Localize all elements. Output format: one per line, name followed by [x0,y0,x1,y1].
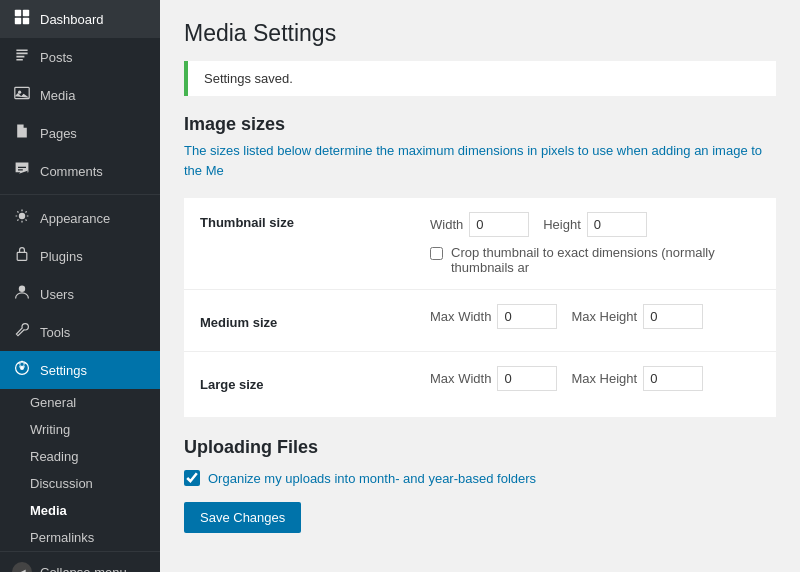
comments-icon [12,161,32,181]
large-width-input[interactable] [497,366,557,391]
sidebar-item-label: Media [40,88,75,103]
large-fields: Max Width Max Height [430,366,760,399]
submenu-media[interactable]: Media [0,497,160,524]
submenu-permalinks[interactable]: Permalinks [0,524,160,551]
submenu-discussion[interactable]: Discussion [0,470,160,497]
uploads-organize-row: Organize my uploads into month- and year… [184,470,776,486]
sidebar-item-label: Users [40,287,74,302]
sidebar-item-dashboard[interactable]: Dashboard [0,0,160,38]
plugins-icon [12,246,32,266]
collapse-label: Collapse menu [40,565,127,573]
svg-rect-0 [15,10,21,16]
image-sizes-section: Thumbnail size Width Height Crop thumbna… [184,198,776,417]
sidebar-item-settings[interactable]: Settings [0,351,160,389]
sidebar-item-posts[interactable]: Posts [0,38,160,76]
submenu-general[interactable]: General [0,389,160,416]
uploading-files-section: Uploading Files Organize my uploads into… [184,437,776,533]
svg-rect-1 [23,10,29,16]
submenu-reading[interactable]: Reading [0,443,160,470]
dashboard-icon [12,9,32,29]
thumbnail-width-input[interactable] [469,212,529,237]
sidebar: Dashboard Posts Media Pages Comments App… [0,0,160,572]
svg-point-6 [19,213,25,219]
svg-rect-7 [17,252,27,260]
sidebar-item-label: Appearance [40,211,110,226]
sidebar-item-tools[interactable]: Tools [0,313,160,351]
thumbnail-crop-checkbox[interactable] [430,247,443,260]
large-row: Large size Max Width Max Height [184,352,776,413]
pages-icon [12,123,32,143]
uploads-organize-label: Organize my uploads into month- and year… [208,471,536,486]
sidebar-item-label: Comments [40,164,103,179]
sidebar-item-label: Tools [40,325,70,340]
medium-row: Medium size Max Width Max Height [184,290,776,352]
svg-point-8 [19,286,25,292]
medium-label: Medium size [200,312,430,330]
large-dimensions: Max Width Max Height [430,366,760,391]
large-max-height-label: Max Height [571,371,637,386]
large-height-input[interactable] [643,366,703,391]
sidebar-item-label: Dashboard [40,12,104,27]
large-label: Large size [200,374,430,392]
sidebar-item-users[interactable]: Users [0,275,160,313]
submenu-writing[interactable]: Writing [0,416,160,443]
notice-text: Settings saved. [204,71,293,86]
sidebar-item-label: Plugins [40,249,83,264]
collapse-icon: ◀ [12,562,32,572]
sidebar-item-label: Pages [40,126,77,141]
height-label: Height [543,217,581,232]
sidebar-divider-1 [0,194,160,195]
page-title: Media Settings [184,20,776,47]
media-icon [12,85,32,105]
settings-icon [12,360,32,380]
sidebar-item-pages[interactable]: Pages [0,114,160,152]
image-sizes-desc: The sizes listed below determine the max… [184,141,776,180]
thumbnail-row: Thumbnail size Width Height Crop thumbna… [184,198,776,290]
large-max-width-label: Max Width [430,371,491,386]
settings-submenu: General Writing Reading Discussion Media… [0,389,160,551]
svg-point-5 [18,91,21,94]
svg-rect-2 [15,18,21,24]
image-sizes-title: Image sizes [184,114,776,135]
svg-rect-3 [23,18,29,24]
sidebar-item-comments[interactable]: Comments [0,152,160,190]
width-label: Width [430,217,463,232]
sidebar-item-plugins[interactable]: Plugins [0,237,160,275]
posts-icon [12,47,32,67]
tools-icon [12,322,32,342]
save-changes-button[interactable]: Save Changes [184,502,301,533]
collapse-menu[interactable]: ◀ Collapse menu [0,551,160,572]
medium-dimensions: Max Width Max Height [430,304,760,329]
medium-max-height-label: Max Height [571,309,637,324]
thumbnail-fields: Width Height Crop thumbnail to exact dim… [430,212,760,275]
main-content: Media Settings Settings saved. Image siz… [160,0,800,572]
thumbnail-label: Thumbnail size [200,212,430,230]
settings-saved-notice: Settings saved. [184,61,776,96]
sidebar-item-appearance[interactable]: Appearance [0,199,160,237]
thumbnail-crop-label: Crop thumbnail to exact dimensions (norm… [451,245,760,275]
medium-max-width-label: Max Width [430,309,491,324]
uploads-organize-checkbox[interactable] [184,470,200,486]
medium-height-input[interactable] [643,304,703,329]
uploading-title: Uploading Files [184,437,776,458]
thumbnail-height-input[interactable] [587,212,647,237]
sidebar-item-media[interactable]: Media [0,76,160,114]
thumbnail-crop-row: Crop thumbnail to exact dimensions (norm… [430,245,760,275]
medium-width-input[interactable] [497,304,557,329]
appearance-icon [12,208,32,228]
sidebar-item-label: Settings [40,363,87,378]
sidebar-item-label: Posts [40,50,73,65]
thumbnail-dimensions: Width Height [430,212,760,237]
medium-fields: Max Width Max Height [430,304,760,337]
users-icon [12,284,32,304]
